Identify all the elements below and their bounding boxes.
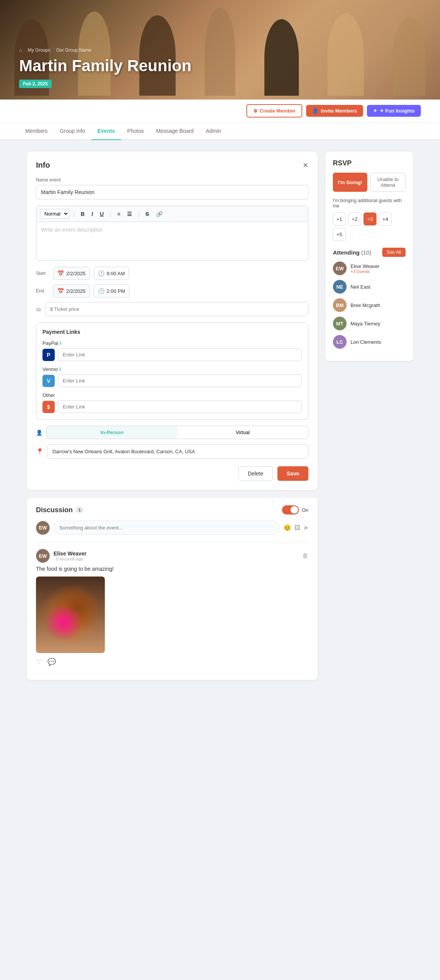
post-text: The food is going to be amazing! <box>36 566 308 572</box>
post-user-info: Elise Weaver · 0 seconds ago <box>54 550 86 561</box>
toolbar: ⊕ Create Member 👤 Invite Members ✦ ✦ Fun… <box>0 100 440 122</box>
close-button[interactable]: ✕ <box>303 161 308 170</box>
strikethrough-button[interactable]: S <box>143 210 151 218</box>
attendee-name-2: Bree Mcgrath <box>350 302 406 308</box>
unable-to-attend-button[interactable]: Unable to Attend <box>370 173 406 192</box>
guest-num-1[interactable]: +1 <box>333 212 346 225</box>
ordered-list-button[interactable]: ≡ <box>115 210 122 218</box>
paypal-icon: P <box>42 349 55 361</box>
other-input[interactable] <box>58 400 302 413</box>
guest-num-2[interactable]: +2 <box>348 212 361 225</box>
create-member-button[interactable]: ⊕ Create Member <box>246 104 303 118</box>
discussion-toggle[interactable] <box>282 505 299 514</box>
action-row: Delete Save <box>36 466 308 481</box>
post-avatar-circle: EW <box>36 549 50 563</box>
end-calendar[interactable]: 📅 2/2/2025 <box>53 284 90 297</box>
home-link[interactable]: ⌂ <box>19 47 22 53</box>
ticket-row: 🎟 <box>36 302 308 316</box>
guests-label: I'm bringing additional guests with me <box>333 198 406 209</box>
guest-num-3[interactable]: +3 <box>363 212 376 225</box>
fun-insights-button[interactable]: ✦ ✦ Fun Insights <box>367 105 421 117</box>
discussion-section: Discussion 1 On EW 😊 🖼 ➤ <box>27 498 318 680</box>
delete-post-button[interactable]: 🗑 <box>302 552 308 559</box>
rsvp-title: RSVP <box>333 159 406 167</box>
other-row: Other $ <box>42 392 302 413</box>
comment-user-avatar: EW <box>36 521 50 535</box>
ticket-icon: 🎟 <box>36 306 41 312</box>
im-going-button[interactable]: I'm Going! <box>333 173 367 192</box>
delete-button[interactable]: Delete <box>238 466 273 481</box>
ticket-price-input[interactable] <box>45 302 308 316</box>
venmo-input[interactable] <box>58 374 302 387</box>
attendee-item-1: NE Neil East <box>333 280 406 294</box>
discussion-title: Discussion 1 <box>36 506 83 514</box>
format-select[interactable]: Normal <box>40 209 69 219</box>
attendee-avatar-0: EW <box>333 261 347 275</box>
attending-title-wrap: Attending (10) <box>333 249 372 256</box>
people-icon: 👤 <box>36 430 42 436</box>
venmo-info-icon[interactable]: ℹ <box>59 367 61 372</box>
invite-members-button[interactable]: 👤 Invite Members <box>306 105 363 117</box>
attending-header: Attending (10) See All <box>333 248 406 257</box>
unordered-list-button[interactable]: ☰ <box>125 210 134 218</box>
group-name-link[interactable]: Our Group Name <box>56 47 91 53</box>
underline-button[interactable]: U <box>98 210 106 218</box>
attending-title: Attending <box>333 249 360 256</box>
post-item: EW Elise Weaver · 0 seconds ago 🗑 The fo… <box>36 542 308 672</box>
start-calendar[interactable]: 📅 2/2/2025 <box>53 267 90 280</box>
bold-button[interactable]: B <box>79 210 86 218</box>
tab-events[interactable]: Events <box>91 122 121 140</box>
name-event-group: Name event <box>36 177 308 199</box>
toggle-knob <box>290 506 298 514</box>
toolbar-sep1 <box>74 211 74 217</box>
name-event-label: Name event <box>36 177 308 183</box>
paypal-info-icon[interactable]: ℹ <box>60 341 61 346</box>
attendee-circle-0: EW <box>333 261 347 275</box>
tab-message-board[interactable]: Message Board <box>150 122 200 140</box>
clock-icon-end: 🕐 <box>98 288 104 294</box>
tab-members[interactable]: Members <box>19 122 54 140</box>
comment-button[interactable]: 💬 <box>47 658 56 666</box>
post-user: EW Elise Weaver · 0 seconds ago <box>36 549 86 563</box>
send-button[interactable]: ➤ <box>303 524 308 531</box>
end-time[interactable]: 🕐 2:00 PM <box>94 284 129 297</box>
attendee-info-2: Bree Mcgrath <box>350 302 406 308</box>
clock-icon: 🕐 <box>98 270 104 276</box>
nav-tabs: Members Group Info Events Photos Message… <box>0 122 440 140</box>
breadcrumb-sep1: › <box>24 48 25 52</box>
save-button[interactable]: Save <box>277 466 308 481</box>
venmo-icon: V <box>42 375 55 387</box>
location-input[interactable] <box>47 444 308 459</box>
editor-toolbar: Normal B I U ≡ ☰ S 🔗 <box>36 206 308 222</box>
link-button[interactable]: 🔗 <box>154 210 165 218</box>
image-upload-button[interactable]: 🖼 <box>294 524 300 531</box>
italic-button[interactable]: I <box>90 210 95 218</box>
attendee-name-0: Elise Weaver <box>350 263 406 269</box>
attendee-avatar-4: LC <box>333 335 347 349</box>
start-datetime-row: Start 📅 2/2/2025 🕐 9:00 AM <box>36 267 308 280</box>
calendar-icon-end: 📅 <box>57 288 64 294</box>
paypal-input[interactable] <box>58 348 302 361</box>
start-time[interactable]: 🕐 9:00 AM <box>94 267 129 280</box>
description-input[interactable]: Write an event description <box>36 222 308 260</box>
name-event-input[interactable] <box>36 185 308 199</box>
my-groups-link[interactable]: My Groups <box>28 47 51 53</box>
virtual-button[interactable]: Virtual <box>178 426 308 439</box>
post-image <box>36 577 105 653</box>
see-all-button[interactable]: See All <box>382 248 406 257</box>
tab-admin[interactable]: Admin <box>200 122 227 140</box>
comment-input[interactable] <box>54 521 280 535</box>
plus-icon: ⊕ <box>253 108 257 114</box>
tab-photos[interactable]: Photos <box>121 122 150 140</box>
in-person-button[interactable]: In-Person <box>47 426 178 439</box>
toolbar-sep2 <box>110 211 111 217</box>
guest-num-5[interactable]: +5 <box>333 228 346 241</box>
guest-num-4[interactable]: +4 <box>379 212 392 225</box>
end-label: End <box>36 288 49 294</box>
attendee-info-0: Elise Weaver +3 Guests <box>350 263 406 274</box>
post-user-name: Elise Weaver <box>54 550 86 557</box>
tab-group-info[interactable]: Group Info <box>54 122 91 140</box>
like-button[interactable]: ♡ <box>36 658 42 666</box>
paypal-row: PayPal ℹ P <box>42 340 302 361</box>
emoji-button[interactable]: 😊 <box>284 524 291 531</box>
